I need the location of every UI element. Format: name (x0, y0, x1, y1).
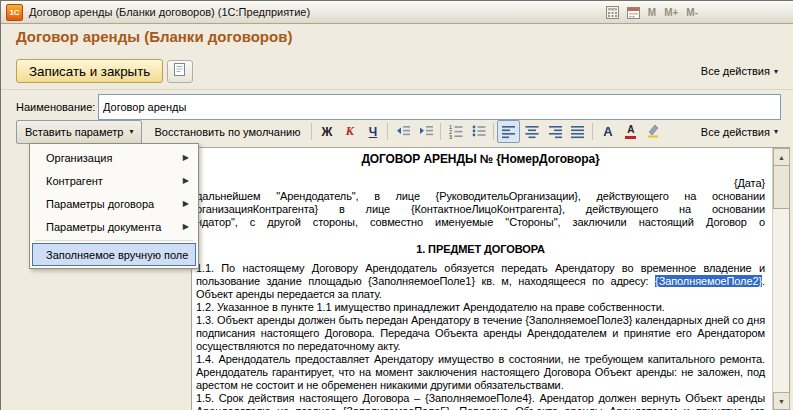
separator (311, 123, 312, 140)
separator (387, 123, 388, 140)
menu-item-label: Заполняемое вручную поле (46, 249, 188, 261)
command-bar: Записать и закрыть Все действия ▾ (16, 58, 784, 84)
document-paragraph: 1.3. Объект аренды должен быть передан А… (196, 314, 765, 353)
font-button[interactable]: А (596, 120, 619, 143)
align-left-button[interactable] (497, 120, 520, 143)
menu-item-counterparty[interactable]: Контрагент ▶ (32, 169, 196, 192)
title-bar: 1С Договор аренды (Бланки договоров) (1С… (1, 1, 793, 24)
scroll-down-button[interactable]: ▼ (773, 392, 790, 410)
numbered-list-button[interactable]: 123 (444, 120, 467, 143)
numbered-list-icon: 123 (448, 123, 464, 141)
1c-logo-icon: 1С (6, 4, 23, 21)
indent-increase-icon (418, 123, 434, 141)
submenu-arrow-icon: ▶ (183, 153, 189, 162)
name-row: Наименование: (16, 94, 781, 120)
menu-item-organization[interactable]: Организация ▶ (32, 146, 196, 169)
document-editor-field: ДОГОВОР АРЕНДЫ № {НомерДоговора} {Дата} … (191, 147, 790, 410)
titlebar-tools: M M+ M- (606, 6, 698, 19)
menu-item-label: Параметры документа (46, 221, 161, 233)
italic-icon: К (346, 124, 354, 139)
document-paragraph: 1.4. Арендодатель предоставляет Арендато… (196, 353, 765, 392)
format-toolbar: Вставить параметр ▾ Восстановить по умол… (16, 119, 784, 144)
underline-button[interactable]: Ч (361, 120, 384, 143)
scrollbar-thumb[interactable] (773, 165, 790, 209)
indent-decrease-icon (395, 123, 411, 141)
indent-increase-button[interactable] (414, 120, 437, 143)
bold-icon: Ж (321, 125, 332, 139)
selected-text: {ЗаполняемоеПоле2} (655, 275, 762, 287)
calculator-icon[interactable] (606, 6, 619, 19)
name-input[interactable] (98, 94, 781, 120)
editor-all-actions-label: Все действия (701, 126, 770, 138)
separator (493, 123, 494, 140)
document-date: {Дата} (196, 177, 765, 190)
document-line: ндатор", с другой стороны, совместно име… (196, 216, 765, 229)
vertical-scrollbar[interactable]: ▲ ▼ (772, 148, 789, 410)
document-icon (173, 62, 187, 80)
menu-separator (35, 240, 193, 241)
chevron-down-icon: ▾ (129, 127, 133, 136)
menu-item-label: Контрагент (46, 175, 103, 187)
highlight-marker-icon (646, 123, 661, 140)
separator (440, 123, 441, 140)
chevron-down-icon: ▾ (774, 127, 778, 136)
menu-item-label: Организация (46, 152, 112, 164)
page-title: Договор аренды (Бланки договоров) (16, 28, 292, 45)
underline-icon: Ч (369, 125, 377, 139)
highlight-button[interactable] (642, 120, 665, 143)
align-right-button[interactable] (543, 120, 566, 143)
insert-parameter-menu: Организация ▶ Контрагент ▶ Параметры дог… (29, 143, 199, 269)
scroll-up-button[interactable]: ▲ (773, 148, 790, 166)
document-form-button[interactable] (167, 60, 193, 83)
menu-item-contract-parameters[interactable]: Параметры договора ▶ (32, 192, 196, 215)
window-title: Договор аренды (Бланки договоров) (1С:Пр… (29, 6, 310, 18)
align-justify-button[interactable] (566, 120, 589, 143)
align-justify-icon (570, 123, 586, 141)
font-icon: А (603, 124, 612, 139)
align-left-icon (501, 123, 517, 141)
document-line: рганизацияКонтрагента} в лице {Контактно… (196, 203, 765, 216)
document-editor[interactable]: ДОГОВОР АРЕНДЫ № {НомерДоговора} {Дата} … (192, 148, 773, 410)
menu-item-fillable-field[interactable]: Заполняемое вручную поле (32, 243, 196, 266)
submenu-arrow-icon: ▶ (183, 176, 189, 185)
submenu-arrow-icon: ▶ (183, 199, 189, 208)
bullet-list-icon (471, 123, 487, 141)
restore-default-button[interactable]: Восстановить по умолчанию (146, 121, 308, 143)
bullet-list-button[interactable] (467, 120, 490, 143)
document-heading: ДОГОВОР АРЕНДЫ № {НомерДоговора} (196, 152, 765, 166)
document-paragraph: 1.2. Указанное в пункте 1.1 имущество пр… (196, 301, 765, 314)
align-center-button[interactable] (520, 120, 543, 143)
font-color-button[interactable]: А (619, 120, 642, 143)
svg-text:3: 3 (449, 134, 452, 139)
document-paragraph: 1.5. Срок действия настоящего Договора –… (196, 392, 765, 410)
submenu-arrow-icon: ▶ (183, 222, 189, 231)
align-center-icon (524, 123, 540, 141)
all-actions-button[interactable]: Все действия ▾ (695, 62, 784, 80)
document-section-heading: 1. ПРЕДМЕТ ДОГОВОРА (196, 243, 765, 256)
memory-m-button[interactable]: M (648, 7, 656, 18)
insert-parameter-button[interactable]: Вставить параметр ▾ (16, 120, 142, 144)
insert-parameter-label: Вставить параметр (25, 126, 123, 138)
separator (1, 89, 793, 90)
menu-item-document-parameters[interactable]: Параметры документа ▶ (32, 215, 196, 238)
indent-decrease-button[interactable] (391, 120, 414, 143)
all-actions-label: Все действия (701, 65, 770, 77)
editor-all-actions-button[interactable]: Все действия ▾ (695, 123, 784, 141)
font-color-icon: А (625, 125, 636, 139)
memory-m-plus-button[interactable]: M+ (664, 7, 678, 18)
bold-button[interactable]: Ж (315, 120, 338, 143)
save-and-close-button[interactable]: Записать и закрыть (16, 59, 163, 83)
document-line: дальнейшем "Арендодатель", в лице {Руков… (196, 190, 765, 203)
menu-item-label: Параметры договора (46, 198, 154, 210)
document-paragraph: 1.1. По настоящему Договору Арендодатель… (196, 262, 765, 301)
memory-m-minus-button[interactable]: M- (686, 7, 698, 18)
calendar-icon[interactable] (627, 6, 640, 19)
align-right-icon (547, 123, 563, 141)
italic-button[interactable]: К (338, 120, 361, 143)
name-label: Наименование: (16, 101, 92, 113)
app-window: 1С Договор аренды (Бланки договоров) (1С… (0, 0, 793, 410)
separator (592, 123, 593, 140)
chevron-down-icon: ▾ (774, 67, 778, 76)
